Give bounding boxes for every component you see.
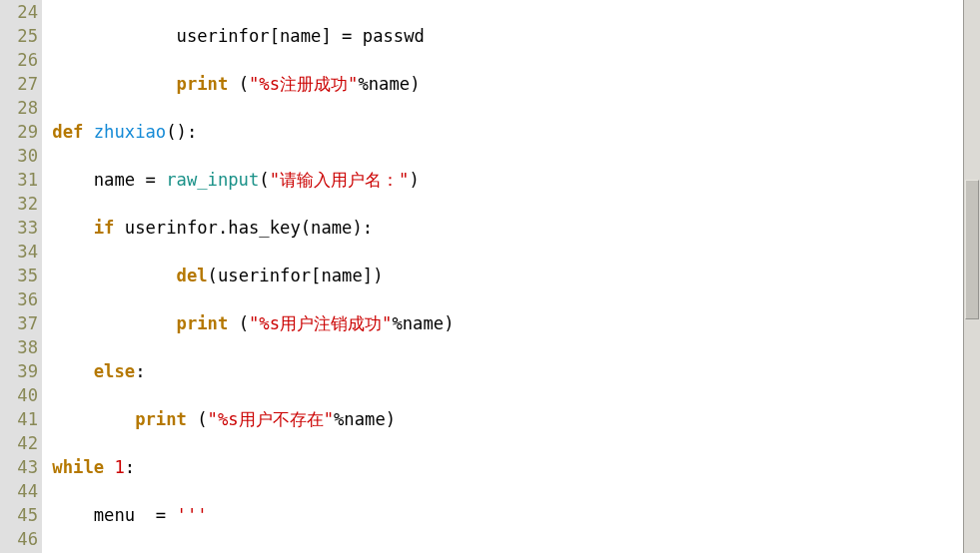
code-line: name = raw_input("请输入用户名：") [42, 168, 963, 192]
line-number: 26 [0, 48, 38, 72]
line-number: 29 [0, 120, 38, 144]
line-number: 40 [0, 383, 38, 407]
line-number: 35 [0, 264, 38, 287]
line-number: 37 [0, 311, 38, 335]
code-line: def zhuxiao(): [42, 120, 963, 144]
line-number: 39 [0, 359, 38, 383]
line-number: 42 [0, 431, 38, 455]
line-number: 36 [0, 287, 38, 311]
code-line: print ("%s注册成功"%name) [42, 72, 963, 96]
code-line: menu = ''' [42, 503, 963, 527]
line-number: 32 [0, 192, 38, 216]
scrollbar-thumb[interactable] [965, 180, 979, 319]
line-number: 28 [0, 96, 38, 120]
line-number: 45 [0, 503, 38, 527]
code-line: while 1: [42, 455, 963, 479]
line-number: 46 [0, 527, 38, 551]
line-number: 27 [0, 72, 38, 96]
line-number: 24 [0, 0, 38, 24]
line-number: 38 [0, 335, 38, 359]
line-number-gutter: 24 25 26 27 28 29 30 31 32 33 34 35 36 3… [0, 0, 42, 553]
line-number: 31 [0, 168, 38, 192]
code-editor[interactable]: 24 25 26 27 28 29 30 31 32 33 34 35 36 3… [0, 0, 963, 553]
code-line: userinfor[name] = passwd [42, 24, 963, 48]
vertical-scrollbar[interactable] [963, 0, 980, 553]
line-number: 43 [0, 455, 38, 479]
line-number: 44 [0, 479, 38, 503]
line-number: 41 [0, 407, 38, 431]
line-number: 30 [0, 144, 38, 168]
code-line: print ("%s用户注销成功"%name) [42, 311, 963, 335]
code-line: else: [42, 359, 963, 383]
code-area[interactable]: userinfor[name] = passwd print ("%s注册成功"… [42, 0, 963, 553]
code-line: del(userinfor[name]) [42, 264, 963, 287]
code-line: print ("%s用户不存在"%name) [42, 407, 963, 431]
line-number: 33 [0, 216, 38, 240]
code-line: if userinfor.has_key(name): [42, 216, 963, 240]
line-number: 25 [0, 24, 38, 48]
line-number: 34 [0, 240, 38, 264]
